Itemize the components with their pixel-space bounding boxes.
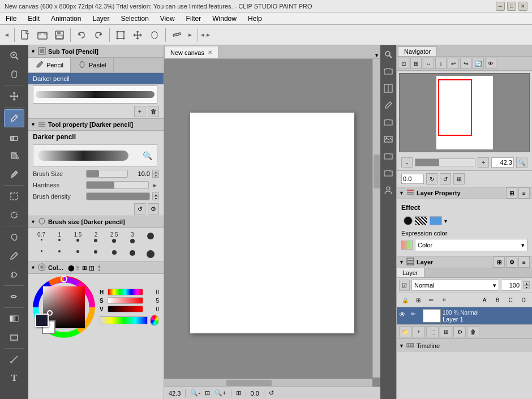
layer-icon-pen[interactable]: ✏ xyxy=(425,294,437,306)
size-item-dot-5[interactable] xyxy=(106,249,123,259)
color-mode-toggle[interactable] xyxy=(150,315,159,326)
layer-icon-b[interactable]: B xyxy=(491,294,504,306)
toolbar-collapse-right[interactable]: ► xyxy=(186,27,195,43)
size-item-2.5[interactable]: 2.5 xyxy=(106,230,123,244)
rotate-icon[interactable]: ⊞ xyxy=(236,389,241,397)
color-tab-bars[interactable]: ≡ xyxy=(76,265,80,271)
layer-icon-d[interactable]: D xyxy=(517,294,530,306)
color-tab-palette[interactable]: ⊞ xyxy=(82,265,87,271)
tool-move[interactable] xyxy=(4,87,24,105)
layer-add-mask[interactable]: ⬚ xyxy=(426,326,439,337)
color-tab-history[interactable]: ◫ xyxy=(89,265,94,271)
brush-size-spinner[interactable]: ▴ ▾ xyxy=(152,170,159,178)
layer-prop-icon-1[interactable]: ⊞ xyxy=(506,187,517,199)
effect-dot-blue[interactable] xyxy=(430,216,442,225)
effect-dot-pattern[interactable] xyxy=(415,216,427,225)
right-icon-folder-1[interactable] xyxy=(381,63,395,79)
size-item-dot-7[interactable] xyxy=(142,249,159,259)
canvas-tab-dropdown[interactable]: ▾ xyxy=(373,52,380,58)
tool-smear[interactable] xyxy=(4,288,24,306)
brush-size-up[interactable]: ▴ xyxy=(152,170,159,174)
nav-zoom-out[interactable]: - xyxy=(401,157,413,168)
right-icon-folder-3[interactable] xyxy=(381,148,395,164)
nav-icon-6[interactable]: ↪ xyxy=(460,58,471,69)
layer-opacity-spinner[interactable]: ▴ ▾ xyxy=(523,281,530,289)
zoom-fit-icon[interactable]: ⊡ xyxy=(205,389,210,397)
size-item-1.5[interactable]: 1.5 xyxy=(69,230,86,244)
hardness-slider[interactable] xyxy=(86,181,149,189)
nav-zoom-input[interactable] xyxy=(491,157,514,168)
toolbar-transform-button[interactable] xyxy=(113,27,128,43)
layer-blend-mode[interactable]: Normal ▾ xyxy=(411,280,499,291)
tool-hand[interactable] xyxy=(4,65,24,83)
right-icon-zoom[interactable] xyxy=(381,46,395,62)
menu-layer[interactable]: Layer xyxy=(87,12,115,24)
nav-reset-icon[interactable]: ⊞ xyxy=(453,173,465,185)
brush-density-spinner[interactable]: ▴ ▾ xyxy=(152,192,159,200)
toolbar-move-button[interactable] xyxy=(130,27,145,43)
nav-rotate-icon[interactable]: ↻ xyxy=(426,173,437,185)
toolbar-lasso-button[interactable] xyxy=(147,27,162,43)
layer-icon-a[interactable]: A xyxy=(478,294,491,306)
layer-panel-collapse[interactable]: ▼ xyxy=(399,259,404,265)
tool-eraser[interactable] xyxy=(4,128,24,146)
close-button[interactable]: ✕ xyxy=(518,2,527,11)
layer-mode-toggle[interactable]: ☑ xyxy=(399,280,410,291)
canvas-tab-close[interactable]: ✕ xyxy=(208,49,212,55)
menu-selection[interactable]: Selection xyxy=(115,12,154,24)
nav-icon-7[interactable]: 🔄 xyxy=(473,58,484,69)
menu-animation[interactable]: Animation xyxy=(45,12,87,24)
tool-lasso[interactable] xyxy=(4,206,24,224)
nav-icon-8[interactable]: 👁 xyxy=(485,58,496,69)
nav-icon-2[interactable]: ⊞ xyxy=(410,58,422,69)
nav-zoom-icon[interactable]: 🔍 xyxy=(516,157,527,168)
layer-settings[interactable]: ⚙ xyxy=(453,326,466,337)
brush-delete-button[interactable]: 🗑 xyxy=(148,106,159,117)
right-icon-image[interactable] xyxy=(381,131,395,147)
nav-icon-1[interactable]: ⊡ xyxy=(398,58,409,69)
color-wheel[interactable] xyxy=(33,276,95,338)
size-item-1[interactable]: 1 xyxy=(51,230,68,244)
layer-panel-icon-1[interactable]: ⊞ xyxy=(494,256,505,268)
size-item-dot-2[interactable] xyxy=(51,249,68,259)
opacity-down[interactable]: ▾ xyxy=(523,285,530,289)
brush-density-down[interactable]: ▾ xyxy=(152,196,159,200)
effect-dot-black[interactable] xyxy=(404,216,413,225)
canvas-vscroll[interactable] xyxy=(372,59,380,377)
tool-eyedropper[interactable] xyxy=(4,165,24,183)
effect-dropdown[interactable]: ▾ xyxy=(444,218,447,224)
menu-view[interactable]: View xyxy=(155,12,181,24)
tool-pencil[interactable] xyxy=(4,109,24,127)
tool-pen[interactable] xyxy=(4,228,24,246)
timeline-collapse[interactable]: ▼ xyxy=(399,343,404,349)
layer-delete[interactable]: 🗑 xyxy=(467,326,479,337)
menu-filter[interactable]: Filter xyxy=(181,12,207,24)
canvas-hscroll[interactable] xyxy=(164,379,372,387)
canvas-tab-new[interactable]: New canvas ✕ xyxy=(164,46,218,58)
color-panel-collapse[interactable]: ▼ xyxy=(31,265,36,271)
layer-icon-lock[interactable]: 🔒 xyxy=(399,294,411,306)
tool-settings-reset[interactable]: ↺ xyxy=(134,203,145,214)
canvas-paper[interactable] xyxy=(190,113,354,333)
size-item-0.7[interactable]: 0.7 xyxy=(33,230,50,244)
size-item-dot-4[interactable] xyxy=(87,249,104,259)
nav-icon-4[interactable]: ↕ xyxy=(435,58,447,69)
toolbar-new-button[interactable] xyxy=(18,27,33,43)
hardness-expand[interactable]: ► xyxy=(151,182,159,188)
layer-icon-checkerboard[interactable]: ⊞ xyxy=(412,294,424,306)
foreground-color-swatch[interactable] xyxy=(35,314,49,327)
canvas-reset-icon[interactable]: ↺ xyxy=(269,389,274,397)
hscroll-thumb[interactable] xyxy=(226,380,272,386)
toolbar-collapse-left[interactable]: ◄ xyxy=(2,27,11,43)
toolbar-ruler-button[interactable] xyxy=(169,27,185,43)
layer-icon-vector[interactable]: ⌗ xyxy=(438,294,451,306)
layer-add-folder[interactable]: 📁 xyxy=(399,326,411,337)
minimize-button[interactable]: ─ xyxy=(496,2,505,11)
nav-zoom-in[interactable]: + xyxy=(478,157,489,168)
tool-ruler-left[interactable] xyxy=(4,350,24,368)
size-item-dot-6[interactable] xyxy=(124,249,141,259)
nav-zoom-slider[interactable] xyxy=(415,158,475,166)
rainbow-slider[interactable] xyxy=(100,316,148,324)
saturation-slider[interactable] xyxy=(108,297,143,304)
nav-flip-icon[interactable]: ↺ xyxy=(440,173,451,185)
